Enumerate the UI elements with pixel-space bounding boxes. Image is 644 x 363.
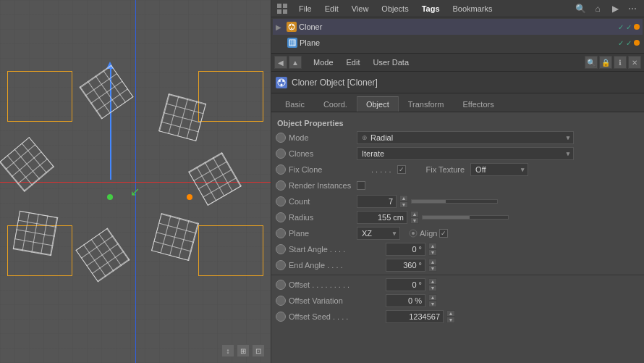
viewport: ↙ ↕ ⊞ ⊡ (0, 0, 271, 363)
viewport-grid: ↙ (0, 0, 271, 363)
tab-effectors[interactable]: Effectors (453, 96, 503, 112)
cloner-flags: ✓ ✓ (618, 23, 640, 31)
align-area: Align ✓ (409, 229, 448, 238)
count-spinner[interactable]: ▲ ▼ (399, 195, 408, 208)
selection-rect-tl (7, 71, 72, 122)
sub-tab-mode[interactable]: Mode (308, 57, 339, 68)
offsetvar-input[interactable] (386, 294, 425, 307)
svg-point-6 (289, 25, 291, 26)
plane-flags: ✓ ✓ (618, 39, 640, 47)
sub-tab-edit[interactable]: Edit (341, 57, 366, 68)
prop-fixclone-row: Fix Clone . . . . . ✓ Fix Texture Off ▼ (271, 162, 644, 178)
offsetseed-indicator (276, 312, 286, 322)
clones-dropdown[interactable]: Iterate (357, 147, 574, 160)
cloner-icon (287, 22, 297, 32)
cloner-name: Cloner (299, 22, 322, 31)
align-checkbox[interactable]: ✓ (439, 229, 448, 238)
viewport-toolbar: ↕ ⊞ ⊡ (219, 341, 268, 360)
close-prop-btn[interactable]: ✕ (628, 56, 641, 69)
tab-coord[interactable]: Coord. (314, 96, 357, 112)
menu-file[interactable]: File (293, 3, 318, 14)
menu-tags[interactable]: Tags (416, 3, 446, 14)
mode-value: Radial (370, 133, 393, 142)
renderinst-indicator (276, 180, 286, 191)
radius-slider[interactable] (422, 215, 509, 220)
prop-offsetseed-row: Offset Seed . . . . ▲ ▼ (271, 309, 644, 325)
startangle-spinner[interactable]: ▲ ▼ (428, 243, 437, 256)
align-label: Align (420, 229, 437, 238)
nav-left-btn[interactable]: ◀ (274, 56, 287, 69)
more-icon[interactable]: ⋯ (625, 2, 640, 15)
fixtexture-dropdown-wrapper: Off ▼ (470, 163, 528, 176)
prop-endangle-row: End Angle . . . . ▲ ▼ (271, 257, 644, 273)
offset-spinner[interactable]: ▲ ▼ (428, 278, 437, 291)
menu-bookmarks[interactable]: Bookmarks (447, 3, 499, 14)
offset-label: Offset . . . . . . . . . (289, 280, 383, 289)
clone-cube-7 (0, 137, 54, 192)
endangle-spinner[interactable]: ▲ ▼ (428, 259, 437, 272)
lock-btn[interactable]: 🔒 (599, 56, 612, 69)
offset-input[interactable] (386, 278, 425, 291)
count-label: Count (289, 197, 354, 206)
offsetvar-label: Offset Variation (289, 296, 383, 305)
menu-right-buttons: 🔍 ⌂ ▶ ⋯ (573, 2, 640, 15)
prop-renderinst-row: Render Instances (271, 178, 644, 193)
plane-name: Plane (300, 38, 320, 47)
tab-object[interactable]: Object (357, 96, 399, 112)
arrow-icon[interactable]: ▶ (608, 2, 622, 15)
object-center-dot (107, 194, 113, 200)
endangle-indicator (276, 260, 286, 270)
svg-rect-3 (283, 9, 287, 14)
prop-count-row: Count ▲ ▼ (271, 193, 644, 209)
flag-check1: ✓ (618, 23, 624, 31)
viewport-btn-1[interactable]: ↕ (221, 344, 234, 357)
clone-cube-3 (188, 152, 242, 206)
offsetvar-spinner[interactable]: ▲ ▼ (428, 294, 437, 307)
right-panel: File Edit View Objects Tags Bookmarks 🔍 … (271, 0, 644, 363)
mode-indicator (276, 133, 286, 143)
count-input[interactable] (357, 195, 397, 208)
sub-tab-userdata[interactable]: User Data (368, 57, 415, 68)
radius-label: Radius (289, 213, 354, 222)
menu-objects[interactable]: Objects (376, 3, 414, 14)
nav-up-btn[interactable]: ▲ (289, 56, 302, 69)
clone-cube-6 (13, 211, 59, 256)
radius-spinner[interactable]: ▲ ▼ (410, 211, 419, 224)
startangle-input[interactable] (386, 243, 425, 256)
fixclone-checkbox[interactable]: ✓ (397, 165, 406, 174)
plane-dropdown[interactable]: XZ (357, 227, 400, 240)
offsetseed-label: Offset Seed . . . . (289, 312, 383, 321)
clone-cube-4 (151, 213, 199, 261)
fixtexture-dropdown[interactable]: Off (470, 163, 528, 176)
viewport-btn-3[interactable]: ⊡ (252, 344, 265, 357)
svg-rect-0 (277, 4, 281, 8)
startangle-label: Start Angle . . . . (289, 245, 383, 254)
radius-input[interactable] (357, 211, 407, 224)
menu-edit[interactable]: Edit (319, 3, 344, 14)
mode-dropdown[interactable]: ⊕ Radial (357, 131, 574, 144)
endangle-input[interactable] (386, 259, 425, 272)
offsetseed-spinner[interactable]: ▲ ▼ (446, 310, 455, 323)
clones-value: Iterate (362, 149, 384, 158)
home-icon[interactable]: ⌂ (590, 2, 605, 15)
tab-basic[interactable]: Basic (276, 96, 314, 112)
menu-view[interactable]: View (346, 3, 375, 14)
offsetseed-input[interactable] (386, 310, 444, 323)
viewport-btn-2[interactable]: ⊞ (237, 344, 250, 357)
divider-1 (271, 275, 644, 275)
svg-rect-1 (283, 4, 287, 8)
count-slider[interactable] (411, 199, 498, 204)
search-prop-btn[interactable]: 🔍 (585, 56, 598, 69)
object-row-plane[interactable]: Plane ✓ ✓ (284, 35, 643, 51)
plane-orange (634, 40, 640, 46)
renderinst-checkbox[interactable] (357, 181, 365, 190)
search-icon[interactable]: 🔍 (573, 2, 588, 15)
info-btn[interactable]: ℹ (614, 56, 627, 69)
svg-text:▶: ▶ (276, 23, 281, 31)
prop-offset-row: Offset . . . . . . . . . ▲ ▼ (271, 277, 644, 293)
tab-transform[interactable]: Transform (399, 96, 454, 112)
app-icon (276, 2, 289, 15)
object-row-cloner[interactable]: ▶ Cloner ✓ ✓ (273, 19, 643, 35)
plane-dropdown-wrapper: XZ ▼ (357, 227, 400, 240)
prop-plane-row: Plane XZ ▼ Align ✓ (271, 225, 644, 241)
